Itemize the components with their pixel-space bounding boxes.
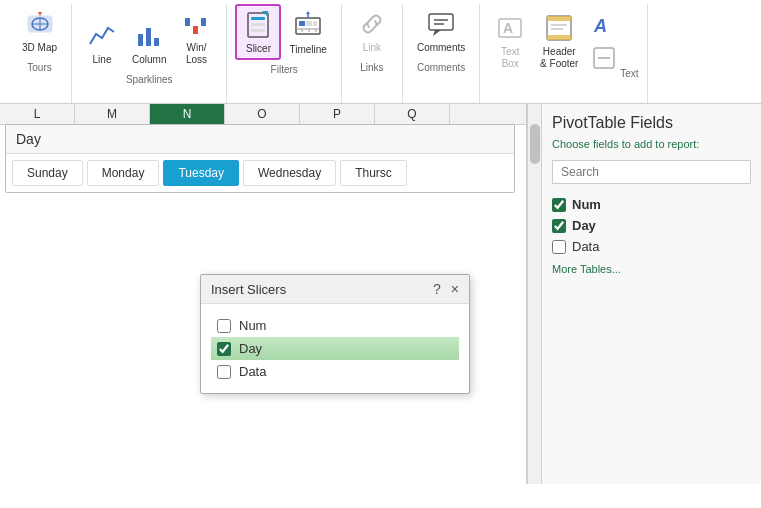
ribbon: 3D Map Tours Line	[0, 0, 761, 104]
ribbon-btn-wordart[interactable]: A	[588, 8, 620, 40]
day-btn-wednesday[interactable]: Wednesday	[243, 160, 336, 186]
ribbon-btn-comment[interactable]: Comments	[411, 4, 471, 58]
scroll-thumb[interactable]	[530, 124, 540, 164]
slicer-label-num: Num	[239, 318, 266, 333]
col-header-p: P	[300, 104, 375, 124]
header-footer-label: Header& Footer	[540, 46, 578, 70]
timeline-icon	[292, 10, 324, 42]
column-icon	[133, 20, 165, 52]
pivot-more-tables[interactable]: More Tables...	[552, 263, 751, 275]
ribbon-btn-wordart2[interactable]	[588, 42, 620, 74]
ribbon-btn-column[interactable]: Column	[126, 16, 172, 70]
ribbon-btn-timeline[interactable]: Timeline	[283, 6, 332, 60]
sparklines-group-label: Sparklines	[126, 74, 173, 85]
svg-rect-7	[154, 38, 159, 46]
3dmap-label: 3D Map	[22, 42, 57, 54]
col-header-n: N	[150, 104, 225, 124]
map-icon	[24, 8, 56, 40]
main-area: L M N O P Q Day Sunday Monday Tuesday We…	[0, 104, 761, 484]
column-label: Column	[132, 54, 166, 66]
link-icon	[356, 8, 388, 40]
ribbon-btn-link[interactable]: Link	[350, 4, 394, 58]
svg-rect-13	[251, 23, 265, 26]
svg-rect-10	[201, 18, 206, 26]
timeline-label: Timeline	[289, 44, 326, 56]
winloss-label: Win/Loss	[186, 42, 207, 66]
ribbon-groups: 3D Map Tours Line	[0, 4, 761, 103]
col-header-q: Q	[375, 104, 450, 124]
links-group-label: Links	[360, 62, 383, 73]
line-icon	[86, 20, 118, 52]
pivot-checkbox-data[interactable]	[552, 240, 566, 254]
slicer-label-data: Data	[239, 364, 266, 379]
wordart2-icon	[592, 46, 616, 70]
slicer-item-num[interactable]: Num	[211, 314, 459, 337]
pivot-search-input[interactable]	[552, 160, 751, 184]
insert-slicers-dialog: Insert Slicers ? × Num Day Data	[200, 274, 470, 394]
col-header-l: L	[0, 104, 75, 124]
header-footer-icon	[543, 12, 575, 44]
col-headers: L M N O P Q	[0, 104, 526, 125]
svg-marker-4	[38, 12, 42, 16]
pivot-field-label-num: Num	[572, 197, 601, 212]
svg-rect-33	[547, 16, 571, 21]
slicer-close-btn[interactable]: ×	[451, 281, 459, 297]
slicer-label-day: Day	[239, 341, 262, 356]
ribbon-group-comments: Comments Comments	[403, 4, 480, 103]
ribbon-group-links: Link Links	[342, 4, 403, 103]
filters-group-label: Filters	[271, 64, 298, 75]
text-group-label: Text	[620, 8, 638, 79]
day-slicer-title: Day	[6, 125, 514, 154]
day-btn-monday[interactable]: Monday	[87, 160, 160, 186]
day-btn-sunday[interactable]: Sunday	[12, 160, 83, 186]
svg-rect-14	[251, 29, 265, 32]
textbox-label: TextBox	[501, 46, 519, 70]
slicer-checkbox-data[interactable]	[217, 365, 231, 379]
ribbon-btn-3dmap[interactable]: 3D Map	[16, 4, 63, 58]
slicer-label: Slicer	[246, 43, 271, 55]
slicer-item-data[interactable]: Data	[211, 360, 459, 383]
svg-marker-15	[262, 11, 268, 17]
slicer-item-day[interactable]: Day	[211, 337, 459, 360]
svg-rect-6	[146, 28, 151, 46]
svg-rect-17	[299, 21, 305, 26]
day-slicer: Day Sunday Monday Tuesday Wednesday Thur…	[5, 124, 515, 193]
svg-rect-26	[429, 14, 453, 30]
ribbon-group-tours: 3D Map Tours	[8, 4, 72, 103]
pivot-checkbox-num[interactable]	[552, 198, 566, 212]
winloss-icon	[180, 8, 212, 40]
svg-text:A: A	[503, 20, 513, 36]
day-btn-thursday[interactable]: Thursc	[340, 160, 407, 186]
svg-rect-19	[313, 21, 317, 26]
slicer-checkbox-num[interactable]	[217, 319, 231, 333]
pivot-subtitle: Choose fields to add to report:	[552, 138, 751, 150]
ribbon-btn-winloss[interactable]: Win/Loss	[174, 4, 218, 70]
svg-text:A: A	[593, 16, 607, 36]
col-header-m: M	[75, 104, 150, 124]
pivot-field-num: Num	[552, 194, 751, 215]
comment-label: Comments	[417, 42, 465, 54]
ribbon-btn-textbox[interactable]: A TextBox	[488, 8, 532, 74]
ribbon-group-filters: Slicer	[227, 4, 341, 103]
ribbon-btn-header-footer[interactable]: Header& Footer	[532, 8, 586, 74]
ribbon-btn-slicer[interactable]: Slicer	[235, 4, 281, 60]
svg-marker-27	[433, 30, 441, 36]
pivot-field-day: Day	[552, 215, 751, 236]
pivot-checkbox-day[interactable]	[552, 219, 566, 233]
wordart-icon: A	[592, 12, 616, 36]
svg-rect-8	[185, 18, 190, 26]
line-label: Line	[93, 54, 112, 66]
svg-rect-9	[193, 26, 198, 34]
slicer-help-btn[interactable]: ?	[433, 281, 441, 297]
pivot-title: PivotTable Fields	[552, 114, 751, 132]
textbox-icon: A	[494, 12, 526, 44]
svg-rect-34	[547, 35, 571, 40]
ribbon-group-text: A TextBox	[480, 4, 647, 103]
pivot-field-data: Data	[552, 236, 751, 257]
vertical-scrollbar[interactable]	[527, 104, 541, 484]
pivot-field-label-data: Data	[572, 239, 599, 254]
slicer-dialog-header: Insert Slicers ? ×	[201, 275, 469, 304]
ribbon-btn-line[interactable]: Line	[80, 16, 124, 70]
day-btn-tuesday[interactable]: Tuesday	[163, 160, 239, 186]
slicer-checkbox-day[interactable]	[217, 342, 231, 356]
